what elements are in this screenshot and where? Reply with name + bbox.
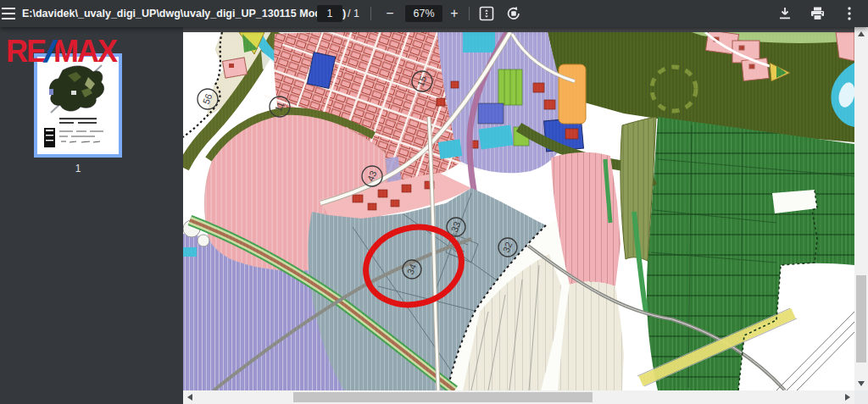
zoning-map: 56 11 15 43 33 34 32: [183, 32, 854, 390]
remax-logo-max: MAX: [53, 34, 116, 69]
scroll-down-arrow[interactable]: [858, 381, 865, 386]
horizontal-scrollbar[interactable]: [183, 390, 854, 404]
pdf-viewer-window: E:\davidek\_uvaly_digi_UP\dwg\uvaly_digi…: [0, 0, 868, 404]
pdf-toolbar: E:\davidek\_uvaly_digi_UP\dwg\uvaly_digi…: [0, 0, 868, 27]
fit-page-icon: [479, 6, 494, 21]
page-input[interactable]: 1: [317, 5, 342, 22]
toolbar-divider: [370, 7, 371, 20]
scroll-left-arrow[interactable]: [187, 394, 192, 401]
fit-page-button[interactable]: [475, 2, 498, 25]
hamburger-icon: [2, 8, 15, 19]
horizontal-scrollbar-thumb[interactable]: [293, 392, 593, 402]
pdf-page-canvas[interactable]: 56 11 15 43 33 34 32: [183, 32, 854, 390]
document-area: 56 11 15 43 33 34 32: [183, 27, 868, 404]
scrollbar-corner: [854, 390, 868, 404]
rotate-button[interactable]: [502, 2, 526, 25]
page-count: / 1: [348, 0, 359, 27]
vertical-scrollbar-thumb[interactable]: [856, 275, 866, 362]
zoom-level[interactable]: 67%: [405, 5, 442, 22]
vertical-scrollbar[interactable]: [854, 27, 868, 390]
thumbnail-image: [37, 57, 119, 154]
print-button[interactable]: [805, 2, 829, 25]
toolbar-divider: [469, 7, 470, 20]
scroll-right-arrow[interactable]: [845, 394, 850, 401]
rotate-icon: [506, 6, 521, 21]
remax-logo-re: RE: [6, 34, 45, 69]
scroll-up-arrow[interactable]: [858, 31, 865, 36]
thumbnail-page-number: 1: [0, 163, 156, 174]
zoom-in-button[interactable]: +: [442, 2, 466, 25]
download-icon: [778, 7, 792, 20]
more-options-button[interactable]: [837, 2, 861, 25]
menu-button[interactable]: [0, 2, 20, 25]
kebab-icon: [848, 7, 851, 20]
print-icon: [810, 7, 825, 20]
download-button[interactable]: [773, 2, 797, 25]
remax-logo: RE/MAX: [6, 34, 116, 69]
thumbnail-sidebar: 1: [0, 27, 183, 404]
document-title: E:\davidek\_uvaly_digi_UP\dwg\uvaly_digi…: [22, 0, 346, 27]
zoom-out-button[interactable]: −: [378, 2, 402, 25]
